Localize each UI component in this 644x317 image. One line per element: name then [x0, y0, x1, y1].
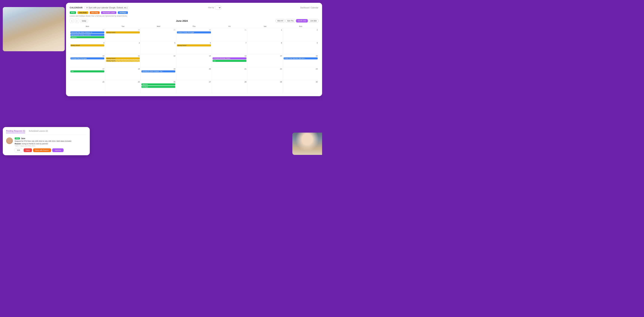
cal-date: 14	[212, 55, 246, 57]
tab-pending-requests[interactable]: Pending Requests (1)	[6, 130, 25, 133]
request-text: Request for PTO from July 10th 2024 to J…	[15, 140, 86, 142]
cal-date: 17	[70, 68, 104, 70]
legend-row: PTO Jury Duty Sick Day Personal Leave Ho…	[70, 11, 318, 14]
cal-cell[interactable]: 18	[105, 67, 141, 80]
cal-event[interactable]: Feast of the Sacrifice (Eid al-A...	[284, 57, 318, 59]
cal-event[interactable]: Brainy Smurf	[177, 44, 211, 46]
legend-pto: PTO	[70, 11, 76, 14]
cal-cell[interactable]: 4	[105, 41, 141, 54]
filter-label: Filter by	[208, 7, 214, 8]
cal-date: 23	[284, 68, 318, 70]
cal-date: 31	[212, 29, 246, 31]
cal-cell[interactable]: 2	[283, 28, 318, 41]
cal-cell[interactable]: 21	[212, 67, 248, 80]
request-item: PTO Jane Request for PTO from July 10th …	[6, 137, 86, 152]
cal-cell[interactable]: 20	[176, 67, 212, 80]
next-month-button[interactable]: ›	[75, 19, 79, 23]
cal-cell[interactable]: 28	[212, 80, 248, 93]
cal-date: 6	[177, 42, 211, 44]
cal-event[interactable]: Spring bank holiday (London)	[70, 34, 104, 36]
cal-cell[interactable]: 8	[248, 41, 283, 54]
cal-event[interactable]: Portugal Day (Portugal)	[70, 57, 104, 59]
cal-cell[interactable]: 24	[70, 80, 105, 93]
cal-cell[interactable]: 14Company Birthday (Slate)Lav	[212, 54, 248, 67]
cal-cell[interactable]: 12	[141, 54, 176, 67]
cal-cell[interactable]: 1	[248, 28, 283, 41]
sync-button[interactable]: ⟳ Sync with your calendar (Google, Outlo…	[84, 6, 129, 9]
today-button[interactable]: today	[80, 19, 88, 23]
cal-event[interactable]: Juneteenth (New Orleans, Car...	[142, 70, 175, 72]
legend-holidays: Holidays	[118, 11, 128, 14]
cal-cell[interactable]: 25	[105, 80, 141, 93]
cal-cell[interactable]: 29	[248, 80, 283, 93]
cal-cell[interactable]: 23	[283, 67, 318, 80]
pending-tabs: Pending Requests (1) Scheduled Leaves (2…	[6, 130, 86, 135]
day-header-sun: Sun	[283, 25, 318, 28]
view-mon-fri[interactable]: Mon-Fri	[276, 19, 285, 22]
cal-date: 24	[70, 81, 104, 83]
cal-date: 12	[142, 55, 175, 57]
cal-date: 11	[106, 55, 140, 57]
cal-cell[interactable]: 29	[141, 28, 176, 41]
cal-cell[interactable]: 5	[141, 41, 176, 54]
cal-cell[interactable]: 27	[176, 80, 212, 93]
cal-date: 15	[248, 55, 282, 57]
pto-badge: PTO	[15, 137, 20, 139]
view-buttons: Mon-Fri Sun-Thu Month view List view	[276, 19, 318, 22]
cal-cell[interactable]: 13	[176, 54, 212, 67]
cal-cell[interactable]: 16Feast of the Sacrifice (Eid al-A...	[283, 54, 318, 67]
cal-cell[interactable]: 31	[212, 28, 248, 41]
cal-date: 5	[142, 42, 175, 44]
edit-button[interactable]: Edit	[15, 148, 22, 152]
legend-jury: Jury Duty	[78, 11, 88, 14]
cal-event[interactable]: Jasmine	[70, 36, 104, 38]
view-list[interactable]: List view	[308, 19, 318, 22]
cal-date: 16	[284, 55, 318, 57]
cal-cell[interactable]: 17Lav	[70, 67, 105, 80]
view-month[interactable]: Month view	[296, 19, 308, 22]
cal-event[interactable]: Brainy Smurf	[106, 31, 140, 33]
cal-cell[interactable]: 27Memorial Day (New Orleans, O...Spring …	[70, 28, 105, 41]
cal-cell[interactable]: 6Brainy Smurf	[176, 41, 212, 54]
cal-event[interactable]: Lav	[212, 60, 246, 62]
cal-cell[interactable]: 11Brainy SmurfBrainy Smurf	[105, 54, 141, 67]
cal-event[interactable]: Brainy Smurf	[106, 57, 140, 59]
cal-cell[interactable]: 22	[248, 67, 283, 80]
month-title: June 2024	[176, 19, 188, 22]
cal-cell[interactable]: 30	[283, 80, 318, 93]
cal-cell[interactable]: 3Brainy Smurf	[70, 41, 105, 54]
approve-button[interactable]: Approve	[52, 148, 64, 152]
cal-event[interactable]: Corpus Christi (Portugal)	[177, 31, 211, 33]
calendar-panel: CALENDAR ⟳ Sync with your calendar (Goog…	[66, 3, 322, 96]
cal-cell[interactable]: 10Portugal Day (Portugal)	[70, 54, 105, 67]
cal-cell[interactable]: 9	[283, 41, 318, 54]
cal-cell[interactable]: 30Corpus Christi (Portugal)	[176, 28, 212, 41]
cal-event[interactable]: Jasmine	[142, 83, 175, 85]
view-sun-thu[interactable]: Sun-Thu	[286, 19, 295, 22]
cal-cell[interactable]: 28Brainy Smurf	[105, 28, 141, 41]
cal-cell[interactable]: 15	[248, 54, 283, 67]
cal-event[interactable]: Company Birthday (Slate)	[212, 57, 246, 59]
cal-cell[interactable]: 26JasmineZendaya	[141, 80, 176, 93]
calendar-grid: MonTueWedThuFriSatSun 27Memorial Day (Ne…	[70, 25, 318, 93]
cal-date: 13	[177, 55, 211, 57]
deny-button[interactable]: Deny	[24, 148, 32, 152]
cal-date: 7	[212, 42, 246, 44]
request-reason: Reason: Going to Florida to visit my par…	[15, 143, 86, 145]
cal-event[interactable]: Lav	[70, 70, 104, 72]
cal-date: 26	[142, 81, 175, 83]
tab-scheduled-leaves[interactable]: Scheduled Leaves (2)	[29, 130, 48, 133]
cal-cell[interactable]: 7	[212, 41, 248, 54]
cal-date: 10	[70, 55, 104, 57]
cal-event[interactable]: Brainy Smurf	[106, 60, 140, 62]
cal-date: 9	[284, 42, 318, 44]
cal-event[interactable]: Brainy Smurf	[70, 44, 104, 46]
cal-date: 30	[284, 81, 318, 83]
cal-event[interactable]: Zendaya	[142, 86, 175, 88]
cal-event[interactable]: Memorial Day (New Orleans, O...	[70, 31, 104, 33]
cal-cell[interactable]: 19Juneteenth (New Orleans, Car...	[141, 67, 176, 80]
prev-month-button[interactable]: ‹	[70, 19, 74, 23]
deny-with-reason-button[interactable]: Deny with Reason	[33, 148, 51, 152]
cal-date: 8	[248, 42, 282, 44]
filter-select[interactable]	[215, 6, 221, 9]
